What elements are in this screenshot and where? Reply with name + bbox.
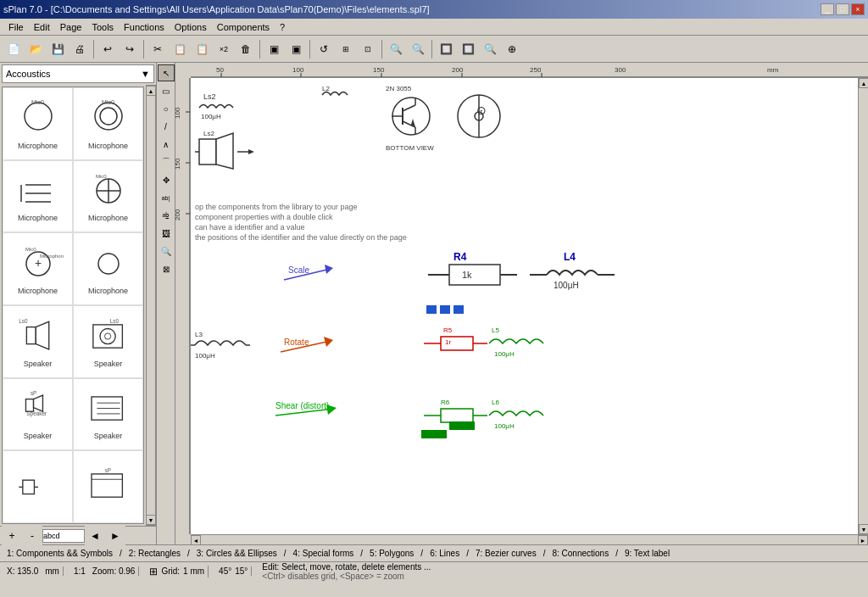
status-message: Edit: Select, move, rotate, delete eleme… [262,562,861,572]
lib-item-mic3[interactable]: Mic0 Microphone [73,160,143,233]
print-button[interactable]: 🖨 [70,39,90,59]
menu-edit[interactable]: Edit [29,20,55,34]
lib-item-spk0[interactable]: Ls0 Speaker [3,305,73,378]
close-button[interactable]: × [851,3,865,15]
lib-remove-button[interactable]: - [22,526,42,546]
library-scrollbar[interactable]: ▲ ▼ [146,85,156,526]
svg-text:100μH: 100μH [494,422,515,430]
lib-scroll-down[interactable]: ▼ [146,515,156,525]
tool-polyline[interactable]: ∧ [158,136,175,153]
save-button[interactable]: 💾 [47,39,68,59]
zoom-in-button[interactable]: 🔲 [458,39,478,59]
canvas[interactable]: Ls2 100μH L2 Ls2 [191,78,858,534]
svg-text:200: 200 [175,209,181,220]
zoom-out-button[interactable]: 🔍 [480,39,500,59]
tool-line[interactable]: / [158,118,175,135]
svg-text:op the components from the lib: op the components from the library to yo… [195,203,358,211]
minimize-button[interactable]: _ [821,3,834,15]
lib-item-spk1[interactable]: Ls0 Speaker [73,305,143,378]
menu-options[interactable]: Options [170,20,212,34]
hscroll-right[interactable]: ► [858,535,868,544]
vscrollbar[interactable]: ▲ ▼ [858,78,868,534]
svg-text:1r: 1r [445,338,451,346]
hscroll-left[interactable]: ◄ [191,535,201,544]
tab-4[interactable]: 4: Special forms [290,547,358,560]
svg-text:component properties with a do: component properties with a double click [195,213,333,221]
maximize-button[interactable]: □ [836,3,849,15]
flip-h-button[interactable]: ⊞ [336,39,356,59]
dropdown-arrow[interactable]: ▼ [141,69,150,79]
flip-v-button[interactable]: ⊡ [358,39,378,59]
delete-button[interactable]: 🗑 [236,39,256,59]
svg-point-23 [100,328,115,343]
lib-item-mic5[interactable]: Microphone [73,232,143,305]
open-button[interactable]: 📂 [25,39,46,59]
tab-sep2: / [184,547,193,560]
new-button[interactable]: 📄 [3,39,24,59]
redo-button[interactable]: ↪ [120,39,140,59]
tab-2[interactable]: 2: Rectangles [125,547,184,560]
lib-nav-left[interactable]: ◄ [85,526,105,546]
tab-7[interactable]: 7: Bezier curves [472,547,540,560]
tool-move[interactable]: ✥ [158,171,175,188]
paste-x2-button[interactable]: ×2 [214,39,234,59]
select-all-button[interactable]: ▣ [264,39,284,59]
find-button[interactable]: 🔍 [408,39,428,59]
undo-button[interactable]: ↩ [97,39,118,59]
mic1-preview: Mic0 [83,98,134,140]
tool-ellipse[interactable]: ○ [158,100,175,117]
menu-functions[interactable]: Functions [119,20,170,34]
menu-file[interactable]: File [3,20,29,34]
lib-search-input[interactable] [42,529,85,543]
svg-text:Microphone: Microphone [40,254,64,259]
lib-item-mic1[interactable]: Mic0 Microphone [73,87,143,160]
tool-text2[interactable]: ab̲ [158,207,175,224]
tab-3[interactable]: 3: Circles && Ellipses [193,547,281,560]
lib-item-other2[interactable]: sP [73,450,143,523]
lib-item-mic0[interactable]: Mic0 Microphone [3,87,73,160]
zoom-fit-button[interactable]: ⊕ [502,39,522,59]
vscroll-up[interactable]: ▲ [859,78,868,88]
tool-measure[interactable]: ⊠ [158,260,175,277]
lib-item-other1[interactable] [3,450,73,523]
cut-button[interactable]: ✂ [147,39,168,59]
lib-scroll-up[interactable]: ▲ [146,86,156,96]
paste-button[interactable]: 📋 [192,39,212,59]
window-controls[interactable]: _ □ × [821,3,865,15]
hscrollbar[interactable]: ◄ ► [191,534,868,544]
tab-8[interactable]: 8: Connections [548,547,612,560]
lib-item-mic4[interactable]: + Mic0 Microphone Microphone [3,232,73,305]
x-coord: X: 135.0 [7,566,38,576]
vscroll-down[interactable]: ▼ [859,524,868,534]
tab-1[interactable]: 1: Components && Symbols [3,547,116,560]
tool-image[interactable]: 🖼 [158,225,175,242]
menu-components[interactable]: Components [212,20,275,34]
lib-item-spk3[interactable]: Speaker [73,378,143,451]
tool-rect[interactable]: ▭ [158,82,175,99]
category-dropdown[interactable]: Accoustics ▼ [2,64,154,83]
svg-point-3 [100,108,117,125]
lib-nav-right[interactable]: ► [105,526,125,546]
lib-item-mic2[interactable]: Microphone [3,160,73,233]
search-button[interactable]: 🔍 [386,39,406,59]
tab-5[interactable]: 5: Polygons [366,547,417,560]
tool-arc[interactable]: ⌒ [158,153,175,170]
menu-page[interactable]: Page [55,20,87,34]
svg-text:can have a identifier and a va: can have a identifier and a value [195,223,305,232]
tab-9[interactable]: 9: Text label [621,547,673,560]
zoom-box-button[interactable]: 🔲 [436,39,456,59]
copy-button[interactable]: 📋 [170,39,190,59]
svg-rect-124 [421,430,447,438]
tool-select[interactable]: ↖ [158,64,175,81]
lib-add-button[interactable]: + [2,526,22,546]
tool-text1[interactable]: ab| [158,189,175,206]
menu-tools[interactable]: Tools [86,20,119,34]
menu-help[interactable]: ? [275,20,290,34]
rotate-button[interactable]: ↺ [314,39,334,59]
group-button[interactable]: ▣ [286,39,306,59]
svg-marker-28 [33,396,42,412]
scale-section: 1:1 Zoom: 0.96 [70,566,140,576]
tool-zoom[interactable]: 🔍 [158,243,175,259]
lib-item-spk2[interactable]: sP Speaker Speaker [3,378,73,451]
tab-6[interactable]: 6: Lines [426,547,463,560]
